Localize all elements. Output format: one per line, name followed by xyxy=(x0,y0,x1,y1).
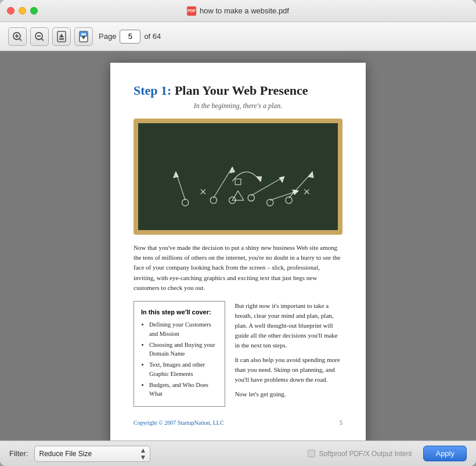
scroll-down-icon xyxy=(79,31,88,42)
right-column: But right now it's important to take a b… xyxy=(235,301,342,407)
svg-marker-21 xyxy=(279,177,284,182)
zoom-out-button[interactable] xyxy=(30,27,49,46)
page-total: of 64 xyxy=(144,32,161,41)
softproof-checkbox[interactable] xyxy=(308,450,315,457)
body-text: Now that you've made the decision to put… xyxy=(134,243,342,292)
title-text: how to make a website.pdf xyxy=(200,6,289,15)
svg-line-18 xyxy=(214,167,232,198)
list-item: Budgets, and Who Does What xyxy=(149,381,218,399)
page-info: Page 5 of 64 xyxy=(99,30,161,44)
right-para-3: Now let's get going. xyxy=(235,389,342,399)
window-title: PDF how to make a website.pdf xyxy=(187,6,289,16)
minimize-button[interactable] xyxy=(19,7,26,15)
svg-marker-25 xyxy=(309,172,313,178)
svg-marker-17 xyxy=(174,172,178,178)
titlebar: PDF how to make a website.pdf xyxy=(0,0,476,22)
page-footer: Copyright © 2007 StartupNation, LLC 5 xyxy=(134,416,342,426)
svg-line-6 xyxy=(42,39,44,41)
list-item: Choosing and Buying your Domain Name xyxy=(149,340,218,359)
heading-step: Step 1: xyxy=(134,83,171,98)
page-heading: Step 1: Plan Your Web Presence xyxy=(134,83,342,98)
close-button[interactable] xyxy=(7,7,15,15)
pdf-page: Step 1: Plan Your Web Presence In the be… xyxy=(110,63,366,440)
toolbar: Page 5 of 64 xyxy=(0,22,476,51)
svg-rect-38 xyxy=(235,179,241,185)
footer-page-number: 5 xyxy=(340,420,342,426)
zoom-in-icon xyxy=(12,31,23,42)
svg-marker-8 xyxy=(59,34,64,37)
page-subtitle: In the beginning, there's a plan. xyxy=(134,102,342,110)
svg-marker-26 xyxy=(257,177,261,181)
heading-rest: Plan Your Web Presence xyxy=(171,83,308,98)
box-items-list: Defining your Customers and Mission Choo… xyxy=(149,320,218,399)
filter-label: Filter: xyxy=(9,449,28,458)
zoom-out-icon xyxy=(34,31,45,42)
maximize-button[interactable] xyxy=(30,7,38,15)
svg-point-32 xyxy=(286,197,292,203)
filterbar: Filter: None Reduce File Size Black & Wh… xyxy=(0,440,476,466)
svg-marker-37 xyxy=(232,191,243,200)
svg-point-30 xyxy=(248,195,254,201)
svg-point-28 xyxy=(210,197,217,203)
page-label: Page xyxy=(99,32,116,41)
page-input[interactable]: 5 xyxy=(120,30,140,44)
filter-select-wrapper: None Reduce File Size Black & White Colo… xyxy=(34,446,150,462)
svg-point-31 xyxy=(266,199,273,206)
list-item: Defining your Customers and Mission xyxy=(149,320,218,339)
chalk-drawing xyxy=(138,123,338,230)
softproof-label: Softproof PDF/X Output Intent xyxy=(319,450,412,458)
chalkboard-inner xyxy=(138,123,338,230)
zoom-in-button[interactable] xyxy=(8,27,27,46)
right-para-1: But right now it's important to take a b… xyxy=(235,301,342,350)
apply-button[interactable]: Apply xyxy=(423,446,467,461)
svg-point-27 xyxy=(182,199,188,206)
list-item: Text, Images and other Graphic Elements xyxy=(149,360,218,379)
pdf-icon: PDF xyxy=(187,6,196,16)
box-heading: In this step we'll cover: xyxy=(141,307,218,317)
svg-line-20 xyxy=(251,177,284,195)
traffic-lights xyxy=(7,7,38,15)
right-para-2: It can also help you avoid spending more… xyxy=(235,355,342,385)
left-column: In this step we'll cover: Defining your … xyxy=(134,301,225,407)
filter-dropdown[interactable]: None Reduce File Size Black & White Colo… xyxy=(34,446,150,462)
softproof-area: Softproof PDF/X Output Intent xyxy=(308,450,412,458)
scroll-up-icon xyxy=(57,31,66,42)
app-window: PDF how to make a website.pdf xyxy=(0,0,476,466)
chalkboard-image xyxy=(134,119,342,235)
scroll-up-button[interactable] xyxy=(52,27,71,46)
main-content-area: Step 1: Plan Your Web Presence In the be… xyxy=(0,51,476,440)
footer-copyright: Copyright © 2007 StartupNation, LLC xyxy=(134,420,224,426)
scroll-down-button[interactable] xyxy=(74,27,93,46)
two-column-section: In this step we'll cover: Defining your … xyxy=(134,301,342,407)
svg-line-3 xyxy=(20,39,21,41)
